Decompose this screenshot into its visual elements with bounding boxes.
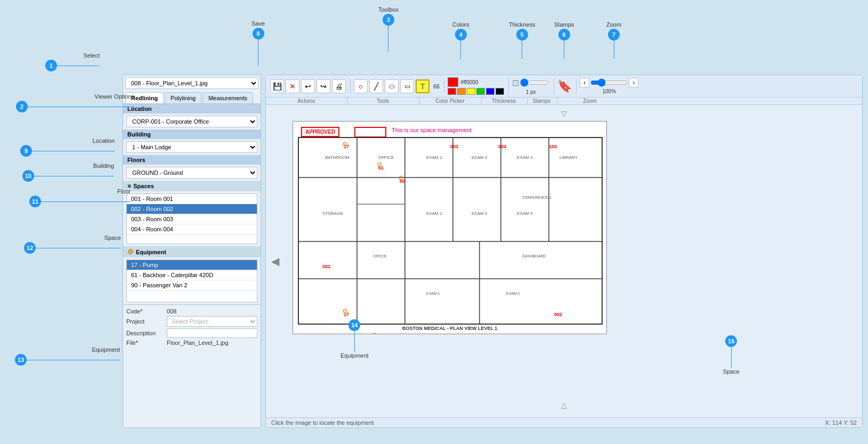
svg-text:003: 003 [450, 144, 458, 149]
canvas-callout-equipment: 14 Equipment [340, 319, 369, 359]
svg-rect-0 [298, 138, 602, 324]
callout-building: Building 10 [22, 163, 114, 182]
zoom-out-button[interactable]: ‹ [580, 78, 589, 87]
callout-building-label: Building [93, 163, 114, 169]
callout-space: Space 12 [24, 235, 121, 254]
svg-text:002: 002 [322, 264, 330, 269]
color-swatch-black[interactable] [496, 88, 504, 95]
callout-zoom: Zoom 7 [606, 21, 621, 59]
space-management-text: This is our space management [392, 127, 472, 133]
floor-plan-title: BOSTON MEDICAL - PLAN VIEW LEVEL 1 [402, 326, 498, 331]
file-selector[interactable]: 008 - Floor_Plan_Level_1.jpg [125, 77, 258, 89]
tab-measurements[interactable]: Measurements [202, 92, 253, 103]
callout-equipment-left: Equipment 13 [15, 346, 120, 366]
callout-location-label: Location [92, 138, 115, 144]
thickness-label: Thickness [492, 98, 516, 104]
tab-polylining[interactable]: Polylining [165, 92, 201, 103]
tool-text[interactable]: T [416, 79, 429, 93]
equip-item-61[interactable]: 61 - Backhoe - Caterpillar 420D [127, 270, 257, 280]
undo-button[interactable]: ↩ [301, 79, 315, 93]
callout-viewer-options-badge: 2 [16, 101, 28, 112]
tab-redlining[interactable]: Redlining [125, 92, 164, 103]
floor-plan: APPROVED This is our space management [293, 121, 607, 334]
form-code-value: 008 [167, 308, 176, 314]
callout-location: Location 9 [20, 138, 115, 157]
thickness-slider[interactable] [520, 78, 549, 87]
actions-label: Actions [298, 98, 315, 104]
tool-circle[interactable]: ○ [354, 79, 368, 93]
status-hint: Click the image to locate the equipment [271, 419, 374, 426]
thickness-icon: ⊡ [512, 78, 519, 88]
svg-text:EXAM 2: EXAM 2 [472, 155, 488, 160]
list-item-001[interactable]: 001 - Room 001 [127, 194, 257, 204]
svg-text:CONFERENCE 1: CONFERENCE 1 [522, 196, 551, 199]
floors-dropdown[interactable]: GROUND - Ground [126, 167, 257, 179]
svg-text:004: 004 [498, 144, 506, 149]
zoom-slider[interactable] [590, 78, 628, 87]
callout-select: Select 1 [45, 52, 100, 71]
callout-stamps: Stamps 6 [554, 21, 574, 59]
svg-text:⚙: ⚙ [342, 141, 348, 148]
tool-oval[interactable]: ⬭ [385, 79, 399, 93]
save-button[interactable]: 💾 [270, 79, 284, 93]
color-swatch-orange[interactable] [457, 88, 466, 95]
callout-equipment-left-badge: 13 [15, 354, 27, 366]
color-hex-display: #ff0000 [460, 79, 478, 85]
spaces-section-header: ■ Spaces [123, 181, 261, 191]
callout-zoom-badge: 7 [608, 29, 620, 41]
list-item-004[interactable]: 004 - Room 004 [127, 224, 257, 235]
bottom-nav-icon[interactable]: △ [561, 401, 567, 409]
svg-text:OFFICE: OFFICE [378, 155, 394, 160]
svg-text:104: 104 [549, 144, 557, 149]
callout-toolbox-label: Toolbox [378, 6, 399, 13]
form-description-input[interactable] [167, 328, 257, 338]
zoom-in-button[interactable]: › [629, 78, 638, 87]
callout-select-badge: 1 [45, 60, 57, 71]
cancel-button[interactable]: ✕ [286, 79, 299, 93]
tools-label: Tools [377, 98, 389, 104]
svg-text:EXAM 3: EXAM 3 [517, 155, 533, 160]
stamp-icon[interactable]: 🔖 [557, 79, 572, 93]
canvas-callout-space: 15 Space [723, 335, 740, 375]
callout-save-badge: 8 [253, 28, 264, 39]
svg-text:⚙: ⚙ [371, 332, 377, 334]
form-file-label: File* [126, 340, 165, 346]
canvas-area[interactable]: ▽ APPROVED This is our space management [266, 105, 862, 417]
form-description-label: Description [126, 330, 165, 336]
floors-section-header: Floors [123, 155, 261, 165]
building-section-header: Building [123, 130, 261, 139]
callout-save-label: Save [252, 20, 265, 27]
callout-save: Save 8 [252, 20, 265, 66]
print-button[interactable]: 🖨 [332, 79, 346, 93]
right-panel-area [756, 121, 862, 417]
form-project-label: Project [126, 318, 165, 325]
equip-item-90[interactable]: 90 - Passenger Van 2 [127, 280, 257, 290]
location-dropdown[interactable]: CORP-001 - Corporate Office [126, 116, 257, 127]
color-swatch-main[interactable] [448, 77, 458, 87]
callout-floor-badge: 11 [29, 196, 41, 207]
equip-item-17[interactable]: 17 - Pump [127, 260, 257, 270]
svg-text:⚙: ⚙ [398, 174, 404, 182]
tool-line[interactable]: ╱ [369, 79, 383, 93]
tool-rect[interactable]: ▭ [400, 79, 414, 93]
form-project-select[interactable]: Select Project. [167, 316, 257, 327]
callout-floor: Floor 11 [29, 188, 131, 207]
svg-text:EXAM 3: EXAM 3 [517, 211, 533, 216]
color-swatch-yellow[interactable] [467, 88, 475, 95]
left-nav-icon[interactable]: ◀ [271, 255, 279, 268]
list-item-003[interactable]: 003 - Room 003 [127, 214, 257, 224]
svg-text:EXAM 2: EXAM 2 [472, 211, 488, 216]
color-swatch-green[interactable] [476, 88, 485, 95]
svg-text:EXAM 2: EXAM 2 [506, 292, 520, 295]
callout-thickness: Thickness 5 [509, 21, 536, 59]
redo-button[interactable]: ↪ [317, 79, 330, 93]
callout-viewer-options: Viewer Options 2 [16, 93, 134, 112]
svg-text:⚙: ⚙ [377, 161, 383, 168]
building-dropdown[interactable]: 1 - Main Lodge [126, 141, 257, 153]
color-swatch-blue[interactable] [486, 88, 494, 95]
svg-text:002: 002 [554, 312, 562, 317]
svg-text:BATHROOM: BATHROOM [325, 155, 350, 160]
coordinates: X: 114 Y: 52 [825, 419, 857, 426]
list-item-002[interactable]: 002 - Room 002 [127, 204, 257, 214]
color-swatch-red[interactable] [448, 88, 456, 95]
